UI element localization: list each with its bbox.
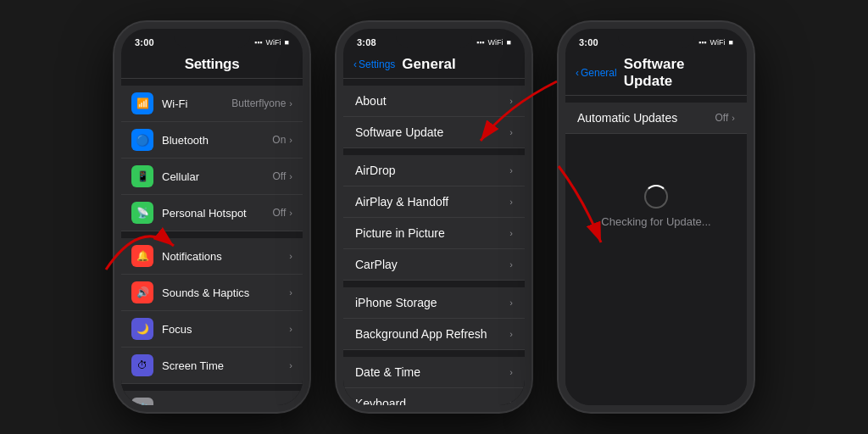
general-item-keyboard[interactable]: Keyboard › xyxy=(343,388,525,405)
phone-1: 3:00 ▪▪▪ WiFi ■ Settings 📶 Wi-Fi Butterf… xyxy=(114,22,309,412)
settings-item-sounds[interactable]: 🔊 Sounds & Haptics › xyxy=(121,275,303,311)
nav-bar-2: ‹ Settings General xyxy=(343,53,525,79)
bluetooth-icon: 🔵 xyxy=(136,134,149,147)
softwareupdate-chevron: › xyxy=(509,127,513,137)
screentime-chevron: › xyxy=(289,360,292,370)
focus-icon: 🌙 xyxy=(136,323,149,335)
datetime-chevron: › xyxy=(509,367,513,377)
section-divider-1 xyxy=(121,79,303,86)
general-screen: ‹ Settings General About › Software Upda… xyxy=(343,53,525,405)
loading-spinner xyxy=(644,185,668,209)
about-chevron: › xyxy=(509,96,513,106)
general-chevron: › xyxy=(289,403,292,405)
general-item-about[interactable]: About › xyxy=(343,86,525,117)
general-item-airplay[interactable]: AirPlay & Handoff › xyxy=(343,186,525,218)
settings-item-notifications[interactable]: 🔔 Notifications › xyxy=(121,238,303,275)
general-icon: ⚙️ xyxy=(136,403,149,405)
section-div-g3 xyxy=(343,281,525,287)
status-bar-1: 3:00 ▪▪▪ WiFi ■ xyxy=(121,29,303,53)
section-div-sw xyxy=(565,96,747,103)
general-item-softwareupdate[interactable]: Software Update › xyxy=(343,117,525,148)
sounds-icon-box: 🔊 xyxy=(131,281,153,303)
general-item-datetime[interactable]: Date & Time › xyxy=(343,357,525,388)
hotspot-value: Off xyxy=(273,207,287,219)
settings-item-screentime[interactable]: ⏱ Screen Time › xyxy=(121,348,303,384)
section-div-g2 xyxy=(343,148,525,155)
general-item-bgrefresh[interactable]: Background App Refresh › xyxy=(343,319,525,350)
focus-chevron: › xyxy=(289,324,292,334)
hotspot-icon-box: 📡 xyxy=(131,202,153,224)
section-divider-3 xyxy=(121,384,303,391)
sounds-label: Sounds & Haptics xyxy=(162,287,289,299)
settings-item-general[interactable]: ⚙️ General › xyxy=(121,391,303,405)
cellular-label: Cellular xyxy=(162,170,273,183)
settings-item-focus[interactable]: 🌙 Focus › xyxy=(121,311,303,348)
auto-updates-item[interactable]: Automatic Updates Off › xyxy=(565,103,747,134)
pip-chevron: › xyxy=(509,228,513,238)
settings-title: Settings xyxy=(135,56,289,73)
settings-item-wifi[interactable]: 📶 Wi-Fi Butterflyone › xyxy=(121,86,303,122)
nav-back-2[interactable]: ‹ Settings xyxy=(353,58,395,70)
keyboard-chevron: › xyxy=(509,398,513,405)
general-item-pip[interactable]: Picture in Picture › xyxy=(343,218,525,249)
battery-icon: ■ xyxy=(285,38,289,47)
cellular-value: Off xyxy=(273,170,287,182)
settings-screen: Settings 📶 Wi-Fi Butterflyone › 🔵 Blueto… xyxy=(121,53,303,405)
status-icons-2: ▪▪▪ WiFi ■ xyxy=(476,38,511,47)
bluetooth-chevron: › xyxy=(289,135,292,145)
wifi-icon-box: 📶 xyxy=(131,92,153,114)
airplay-chevron: › xyxy=(509,197,513,207)
keyboard-label: Keyboard xyxy=(355,397,509,405)
signal-icon-2: ▪▪▪ xyxy=(476,38,485,47)
status-bar-3: 3:00 ▪▪▪ WiFi ■ xyxy=(565,29,747,53)
time-3: 3:00 xyxy=(579,37,598,47)
signal-icon-3: ▪▪▪ xyxy=(698,38,707,47)
settings-item-cellular[interactable]: 📱 Cellular Off › xyxy=(121,159,303,195)
phone-2: 3:08 ▪▪▪ WiFi ■ ‹ Settings General About… xyxy=(337,22,531,412)
wifi-chevron: › xyxy=(289,98,292,108)
phone-3-wrapper: 3:00 ▪▪▪ WiFi ■ ‹ General Software Updat… xyxy=(559,22,754,412)
checking-text: Checking for Update... xyxy=(601,215,710,228)
cellular-chevron: › xyxy=(289,171,292,181)
nav-bar-3: ‹ General Software Update xyxy=(565,53,747,96)
battery-icon-3: ■ xyxy=(729,38,733,47)
battery-icon-2: ■ xyxy=(507,38,511,47)
checking-area: Checking for Update... xyxy=(565,134,747,245)
general-icon-box: ⚙️ xyxy=(131,398,153,405)
settings-item-bluetooth[interactable]: 🔵 Bluetooth On › xyxy=(121,122,303,159)
storage-label: iPhone Storage xyxy=(355,296,509,309)
settings-item-hotspot[interactable]: 📡 Personal Hotspot Off › xyxy=(121,195,303,231)
bgrefresh-label: Background App Refresh xyxy=(355,327,509,341)
sounds-icon: 🔊 xyxy=(136,287,149,298)
auto-updates-chevron: › xyxy=(732,113,735,123)
screentime-label: Screen Time xyxy=(162,359,289,372)
general-item-storage[interactable]: iPhone Storage › xyxy=(343,287,525,319)
nav-back-3[interactable]: ‹ General xyxy=(576,67,617,79)
general-item-carplay[interactable]: CarPlay › xyxy=(343,249,525,281)
time-2: 3:08 xyxy=(357,37,376,47)
section-div-g4 xyxy=(343,350,525,357)
notifications-label: Notifications xyxy=(162,250,289,263)
section-divider-2 xyxy=(121,231,303,238)
sounds-chevron: › xyxy=(289,287,292,298)
cellular-icon-box: 📱 xyxy=(131,165,153,187)
nav-title-2: General xyxy=(402,56,455,73)
carplay-label: CarPlay xyxy=(355,258,509,271)
screentime-icon-box: ⏱ xyxy=(131,354,153,376)
airplay-label: AirPlay & Handoff xyxy=(355,195,509,209)
airdrop-label: AirDrop xyxy=(355,164,509,177)
auto-updates-label: Automatic Updates xyxy=(577,111,715,125)
wifi-value: Butterflyone xyxy=(231,97,286,109)
focus-icon-box: 🌙 xyxy=(131,318,153,340)
settings-header: Settings xyxy=(121,53,303,79)
bluetooth-value: On xyxy=(272,134,286,146)
datetime-label: Date & Time xyxy=(355,365,509,379)
wifi-icon: 📶 xyxy=(136,97,149,109)
general-item-airdrop[interactable]: AirDrop › xyxy=(343,155,525,186)
screentime-icon: ⏱ xyxy=(137,359,147,371)
section-div-g1 xyxy=(343,79,525,86)
signal-icon: ▪▪▪ xyxy=(254,38,263,47)
hotspot-icon: 📡 xyxy=(136,207,149,219)
airdrop-chevron: › xyxy=(509,165,513,175)
auto-updates-value: Off xyxy=(715,112,729,124)
